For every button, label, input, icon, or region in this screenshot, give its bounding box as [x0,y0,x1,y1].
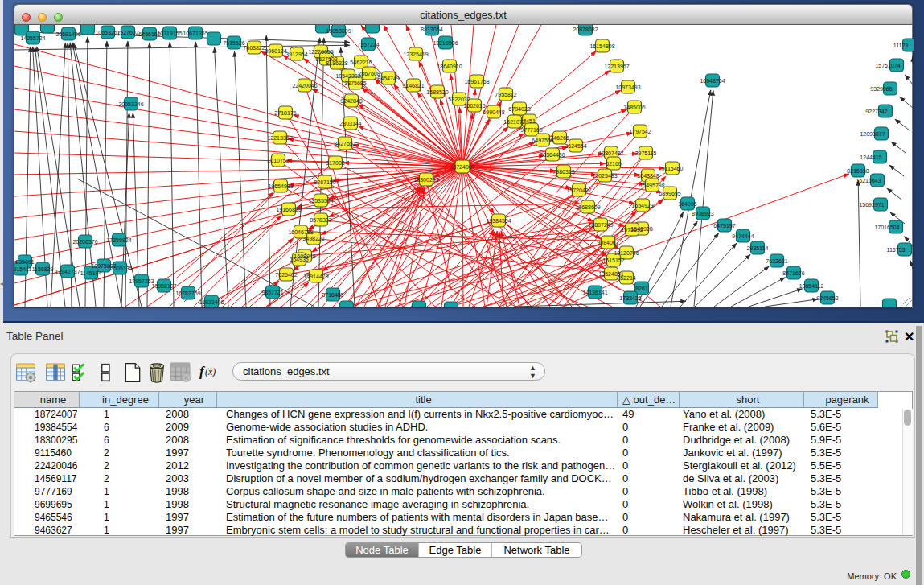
svg-text:15495798: 15495798 [639,183,664,188]
svg-text:14136141: 14136141 [582,290,607,295]
svg-text:13535594: 13535594 [308,198,333,204]
svg-text:7632621: 7632621 [766,258,787,264]
svg-text:3875685: 3875685 [344,80,366,86]
svg-text:12325419: 12325419 [403,51,428,57]
svg-text:3915411: 3915411 [14,266,31,272]
svg-text:2975115: 2975115 [635,150,657,156]
svg-text:2718176: 2718176 [274,110,296,116]
svg-text:8267150: 8267150 [314,179,335,185]
svg-text:20691406: 20691406 [55,31,80,37]
svg-text:835061: 835061 [15,259,34,265]
svg-text:12093877: 12093877 [860,131,885,137]
svg-text:14055724: 14055724 [20,35,45,41]
svg-text:16782759: 16782759 [175,290,200,296]
svg-text:10671355: 10671355 [183,31,207,36]
svg-text:2935114: 2935114 [747,245,769,251]
svg-text:10543382: 10543382 [335,73,360,79]
svg-text:7663822: 7663822 [243,45,265,51]
svg-text:11123: 11123 [893,43,909,48]
svg-text:9084067: 9084067 [597,240,618,245]
svg-text:8578332: 8578332 [310,217,331,223]
svg-text:9227342: 9227342 [865,109,887,114]
svg-text:20053346: 20053346 [118,101,143,107]
svg-text:1010753: 1010753 [267,158,289,163]
svg-text:16154808: 16154808 [589,43,614,49]
svg-text:8938923: 8938923 [692,211,713,216]
svg-text:1797542: 1797542 [629,129,651,134]
svg-text:12226055: 12226055 [308,49,333,55]
svg-text:7515526: 7515526 [223,40,244,46]
svg-text:10688609: 10688609 [575,204,600,210]
svg-text:8471676: 8471676 [782,270,804,276]
svg-text:1615152: 1615152 [602,257,624,263]
svg-text:8261: 8261 [635,286,648,291]
svg-text:1244415: 1244415 [860,154,881,160]
svg-text:15692971: 15692971 [859,202,884,208]
svg-text:6479197: 6479197 [713,223,735,229]
svg-text:16046738: 16046738 [288,229,313,235]
svg-text:20364436: 20364436 [540,152,565,158]
svg-text:12213967: 12213967 [604,64,629,69]
svg-text:8215938: 8215938 [847,168,869,174]
svg-text:10025483: 10025483 [592,173,617,179]
svg-text:62160: 62160 [606,161,622,167]
svg-text:18807249: 18807249 [588,222,613,228]
svg-text:10973493: 10973493 [615,84,640,90]
svg-text:9474444: 9474444 [732,233,754,239]
svg-text:19654983: 19654983 [268,183,293,189]
svg-text:12505135: 12505135 [107,266,132,271]
svg-text:6899695: 6899695 [659,191,680,196]
svg-text:9777169: 9777169 [520,127,542,133]
svg-text:8427552: 8427552 [334,141,355,146]
svg-text:9242848: 9242848 [340,98,362,104]
svg-text:17016504: 17016504 [874,225,899,230]
svg-text:19166829: 19166829 [276,207,301,212]
svg-text:1145194: 1145194 [80,270,102,276]
svg-text:6794028: 6794028 [508,106,530,112]
svg-text:20878682: 20878682 [573,27,598,32]
svg-text:15751074: 15751074 [875,63,900,68]
svg-text:154935: 154935 [290,257,308,262]
svg-text:3498222: 3498222 [302,236,324,241]
svg-text:18640910: 18640910 [437,64,462,69]
svg-text:252214: 252214 [617,275,635,281]
svg-text:1975692: 1975692 [621,227,643,233]
svg-text:16053809: 16053809 [326,28,351,34]
svg-text:11923446: 11923446 [199,299,224,305]
svg-text:746266: 746266 [550,135,569,141]
svg-text:10958107: 10958107 [151,283,176,289]
svg-text:3912954: 3912954 [285,51,307,57]
svg-text:18300295: 18300295 [413,177,438,183]
svg-text:12942737: 12942737 [55,269,80,274]
svg-text:8813054: 8813054 [421,27,442,32]
svg-text:9245652: 9245652 [816,295,838,301]
svg-text:6990448: 6990448 [483,109,504,115]
svg-text:17359924: 17359924 [106,237,131,243]
svg-text:10807487: 10807487 [598,150,623,156]
svg-text:7485006: 7485006 [623,105,645,110]
svg-text:16914479: 16914479 [303,274,328,279]
svg-text:3624554: 3624554 [565,143,586,149]
svg-text:16961758: 16961758 [464,79,489,84]
svg-text:164095: 164095 [678,201,696,207]
svg-text:116753: 116753 [887,247,906,253]
svg-text:1156829: 1156829 [32,266,54,272]
svg-text:10120746: 10120746 [614,250,639,256]
svg-text:1654923: 1654923 [631,203,653,208]
svg-text:(x): (x) [205,366,216,377]
svg-text:3716485: 3716485 [322,292,343,298]
svg-text:12213369: 12213369 [267,135,292,141]
svg-text:9857721: 9857721 [261,290,283,295]
svg-text:8643848: 8643848 [637,173,659,179]
svg-text:1733426: 1733426 [619,295,641,301]
svg-text:19218506: 19218506 [433,40,458,46]
svg-text:9146821: 9146821 [402,83,424,89]
svg-text:7955812: 7955812 [495,92,516,97]
svg-text:1588520: 1588520 [426,89,448,95]
svg-text:16648764: 16648764 [700,78,725,84]
svg-text:8186328: 8186328 [326,60,347,66]
svg-text:22420046: 22420046 [292,83,317,89]
svg-text:15720407: 15720407 [566,187,591,193]
svg-text:19384554: 19384554 [486,218,511,224]
svg-text:18724007: 18724007 [450,164,474,170]
